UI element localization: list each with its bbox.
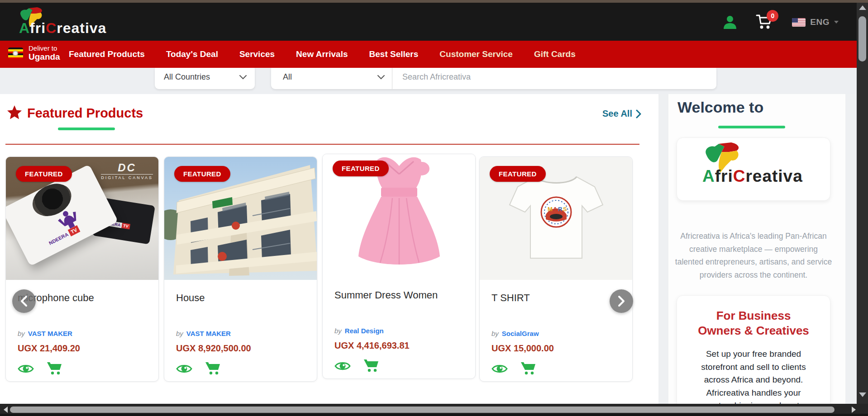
cart-icon [363, 359, 379, 373]
site-logo-text: AfriCreativa [19, 20, 106, 37]
account-button[interactable] [722, 14, 738, 30]
scroll-down-arrow-icon[interactable] [859, 392, 866, 397]
by-label: by [176, 330, 183, 337]
product-price: UGX 4,416,693.81 [334, 340, 463, 351]
product-image[interactable]: FEATURED [323, 154, 475, 277]
nav-item-new-arrivals[interactable]: New Arrivals [296, 49, 348, 59]
product-price: UGX 15,000.00 [491, 343, 620, 354]
svg-text:S: S [563, 206, 567, 213]
nav-item-todays-deal[interactable]: Today's Deal [166, 49, 218, 59]
photo-watermark: DC DIGITAL CANVAS [101, 161, 153, 180]
scroll-up-arrow-icon[interactable] [859, 5, 866, 10]
deliver-to-selector[interactable]: Deliver to Uganda [8, 44, 60, 62]
uganda-flag-icon [8, 47, 23, 59]
cart-icon [520, 361, 536, 376]
welcome-heading: Welcome to [677, 99, 763, 116]
seller-link[interactable]: Real Design [345, 327, 384, 335]
chevron-right-icon [636, 109, 641, 118]
product-title[interactable]: microphone cube [18, 293, 147, 303]
carousel-next-button[interactable] [610, 289, 633, 313]
quick-view-button[interactable] [18, 363, 34, 375]
product-title[interactable]: Summer Dress Women [334, 290, 463, 301]
language-label: ENG [810, 17, 830, 27]
country-select-value: All Countries [164, 72, 210, 82]
nav-item-gift-cards[interactable]: Gift Cards [534, 49, 576, 59]
cart-button[interactable]: 0 [755, 13, 775, 32]
quick-view-button[interactable] [491, 363, 508, 375]
svg-text:R: R [558, 206, 563, 213]
product-title[interactable]: T SHIRT [491, 293, 620, 303]
main-nav: Deliver to Uganda Featured Products Toda… [0, 41, 857, 68]
featured-badge: FEATURED [16, 166, 72, 182]
country-select[interactable]: All Countries [155, 65, 255, 89]
nav-item-customer-service[interactable]: Customer Service [439, 49, 513, 59]
language-selector[interactable]: ENG [792, 17, 839, 27]
add-to-cart-button[interactable] [520, 361, 536, 376]
by-label: by [334, 327, 342, 335]
search-bar-row: All Countries All [0, 68, 857, 94]
add-to-cart-button[interactable] [47, 361, 62, 376]
svg-text:A: A [553, 206, 558, 213]
featured-products-section: Featured Products See All DC DIGITAL CAN… [0, 94, 658, 405]
title-underline [58, 128, 115, 130]
section-divider [5, 144, 639, 145]
seller-link[interactable]: VAST MAKER [28, 330, 72, 337]
window-top-edge [0, 0, 868, 3]
chevron-left-icon [20, 295, 28, 307]
product-price: UGX 8,920,500.00 [176, 343, 305, 354]
welcome-sidebar: Welcome to AfriCreativa Africreativa is … [668, 94, 845, 405]
nav-item-featured-products[interactable]: Featured Products [69, 49, 145, 59]
vertical-scrollbar-thumb[interactable] [858, 16, 866, 61]
section-title: Featured Products [27, 106, 143, 121]
quick-view-button[interactable] [334, 360, 351, 372]
deliver-country: Uganda [29, 52, 60, 62]
product-image[interactable]: M A R S FEATURED [480, 157, 632, 280]
product-image[interactable]: DC DIGITAL CANVAS NDEERA TV NDEERA TV [6, 157, 158, 280]
star-icon [7, 105, 22, 120]
chevron-right-icon [618, 295, 625, 307]
nav-item-services[interactable]: Services [239, 49, 275, 59]
featured-badge: FEATURED [174, 166, 230, 182]
product-card-t-shirt[interactable]: M A R S FEATURED T SHIRT by SocialGraw U… [479, 156, 633, 382]
scroll-left-arrow-icon[interactable] [4, 407, 8, 413]
product-title[interactable]: House [176, 293, 305, 303]
add-to-cart-button[interactable] [205, 361, 220, 376]
featured-badge: FEATURED [490, 166, 546, 182]
horizontal-scrollbar-thumb[interactable] [10, 407, 835, 413]
svg-text:M: M [548, 206, 553, 213]
product-card-house[interactable]: FEATURED House by VAST MAKER UGX 8,920,5… [164, 156, 317, 382]
about-paragraph: Africreativa is Africa's leading Pan-Afr… [675, 230, 832, 281]
cart-icon [47, 361, 62, 376]
carousel-prev-button[interactable] [12, 289, 36, 313]
quick-view-button[interactable] [176, 363, 192, 375]
vertical-scrollbar[interactable] [857, 0, 868, 404]
scroll-right-arrow-icon[interactable] [852, 407, 856, 413]
business-owners-card: For Business Owners & Creatives Set up y… [677, 295, 830, 405]
us-flag-icon [792, 18, 806, 27]
eye-icon [18, 363, 34, 375]
add-to-cart-button[interactable] [363, 359, 379, 373]
business-body: Set up your free branded storefront and … [686, 348, 821, 405]
seller-link[interactable]: SocialGraw [502, 330, 539, 337]
deliver-label: Deliver to [29, 44, 60, 52]
product-card-microphone-cube[interactable]: DC DIGITAL CANVAS NDEERA TV NDEERA TV [5, 156, 159, 382]
search-input[interactable] [392, 65, 716, 89]
site-logo[interactable]: AfriCreativa [14, 6, 131, 39]
eye-icon [176, 363, 192, 375]
seller-link[interactable]: VAST MAKER [186, 330, 231, 337]
product-card-summer-dress[interactable]: FEATURED Summer Dress Women by Real Desi… [322, 154, 476, 379]
cart-count-badge: 0 [767, 10, 778, 22]
site-logo-text: AfriCreativa [702, 167, 803, 186]
chevron-down-icon [239, 75, 247, 80]
product-image[interactable]: FEATURED [164, 157, 317, 280]
by-label: by [491, 330, 499, 337]
see-all-link[interactable]: See All [602, 109, 641, 119]
eye-icon [491, 363, 508, 375]
product-price: UGX 21,409.20 [18, 343, 147, 354]
category-select[interactable]: All [271, 65, 392, 89]
site-header: AfriCreativa 0 ENG [0, 3, 857, 41]
welcome-underline [718, 126, 785, 128]
sidebar-logo-card: AfriCreativa [677, 137, 830, 201]
nav-item-best-sellers[interactable]: Best Sellers [369, 49, 419, 59]
cart-icon [205, 361, 220, 376]
